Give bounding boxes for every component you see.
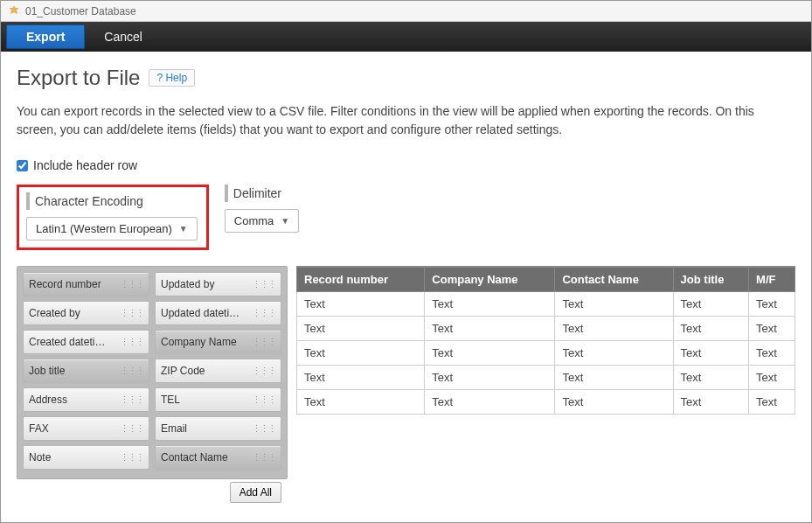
grip-icon: ⋮⋮⋮ [252, 366, 275, 377]
grip-icon: ⋮⋮⋮ [120, 394, 143, 406]
include-header-label: Include header row [33, 158, 137, 172]
field-column-left: Record number⋮⋮⋮Created by⋮⋮⋮Created dat… [23, 272, 149, 473]
preview-table-wrap[interactable]: Record numberCompany NameContact NameJob… [296, 266, 795, 415]
cancel-button[interactable]: Cancel [88, 25, 158, 48]
table-cell: Text [749, 390, 795, 415]
table-row: TextTextTextTextText [297, 390, 795, 415]
window-title: 01_Customer Database [25, 5, 136, 17]
grip-icon: ⋮⋮⋮ [252, 337, 275, 348]
encoding-highlight: Character Encoding Latin1 (Western Europ… [17, 185, 209, 250]
grip-icon: ⋮⋮⋮ [120, 366, 143, 377]
table-cell: Text [555, 292, 673, 317]
field-chip-label: Updated by [161, 278, 252, 290]
table-cell: Text [673, 366, 749, 390]
table-body: TextTextTextTextTextTextTextTextTextText… [297, 292, 795, 415]
page-title: Export to File [17, 66, 140, 90]
titlebar: 01_Customer Database [1, 1, 811, 22]
table-cell: Text [555, 366, 673, 390]
table-cell: Text [297, 317, 425, 341]
table-cell: Text [749, 341, 795, 366]
table-cell: Text [297, 292, 425, 317]
add-all-button[interactable]: Add All [230, 482, 281, 503]
table-cell: Text [555, 317, 673, 341]
field-chip[interactable]: Address⋮⋮⋮ [23, 387, 149, 412]
table-row: TextTextTextTextText [297, 366, 795, 390]
field-chip[interactable]: FAX⋮⋮⋮ [23, 416, 149, 441]
table-header-cell[interactable]: Record number [297, 268, 425, 292]
table-cell: Text [673, 341, 749, 366]
field-column-right: Updated by⋮⋮⋮Updated dateti…⋮⋮⋮Company N… [155, 272, 281, 473]
export-button[interactable]: Export [6, 24, 85, 49]
include-header-row[interactable]: Include header row [17, 158, 795, 172]
grip-icon: ⋮⋮⋮ [252, 279, 275, 290]
chevron-down-icon: ▼ [281, 216, 289, 226]
table-header-row: Record numberCompany NameContact NameJob… [297, 268, 795, 292]
field-chip-label: TEL [161, 394, 252, 406]
field-chip-label: Contact Name [161, 451, 252, 464]
table-row: TextTextTextTextText [297, 292, 795, 317]
content-area: Export to File ? Help You can export rec… [1, 52, 811, 522]
table-cell: Text [749, 366, 795, 390]
table-cell: Text [673, 317, 749, 341]
table-cell: Text [297, 366, 425, 390]
table-cell: Text [425, 292, 555, 317]
include-header-checkbox[interactable] [17, 160, 28, 171]
field-chip[interactable]: Updated by⋮⋮⋮ [155, 272, 281, 296]
field-chip[interactable]: Company Name⋮⋮⋮ [155, 330, 281, 354]
field-chip[interactable]: Note⋮⋮⋮ [23, 445, 149, 470]
table-header-cell[interactable]: M/F [749, 268, 795, 292]
grip-icon: ⋮⋮⋮ [252, 308, 275, 319]
field-chip[interactable]: Job title⋮⋮⋮ [23, 359, 149, 383]
app-window: 01_Customer Database Export Cancel Expor… [0, 0, 812, 523]
field-chip[interactable]: Record number⋮⋮⋮ [23, 272, 149, 296]
encoding-value: Latin1 (Western European) [36, 222, 172, 235]
field-chip-label: Record number [29, 278, 120, 290]
chevron-down-icon: ▼ [179, 224, 188, 234]
field-chip[interactable]: Contact Name⋮⋮⋮ [155, 445, 281, 470]
grip-icon: ⋮⋮⋮ [120, 452, 143, 464]
field-chip-label: FAX [29, 422, 120, 435]
grip-icon: ⋮⋮⋮ [252, 394, 275, 406]
delimiter-value: Comma [234, 214, 274, 227]
table-cell: Text [425, 390, 555, 415]
table-header-cell[interactable]: Job title [673, 268, 749, 292]
table-cell: Text [297, 341, 425, 366]
preview-table: Record numberCompany NameContact NameJob… [296, 267, 795, 415]
field-chip[interactable]: Created dateti…⋮⋮⋮ [23, 330, 149, 354]
table-header-cell[interactable]: Contact Name [555, 268, 673, 292]
field-chip[interactable]: Created by⋮⋮⋮ [23, 301, 149, 325]
field-chip[interactable]: Email⋮⋮⋮ [155, 416, 281, 441]
table-cell: Text [749, 317, 795, 341]
field-chip-label: Company Name [161, 336, 252, 348]
encoding-label: Character Encoding [26, 192, 198, 210]
table-cell: Text [673, 390, 749, 415]
grip-icon: ⋮⋮⋮ [120, 337, 143, 348]
field-chip-label: Created dateti… [29, 336, 120, 348]
table-cell: Text [425, 341, 555, 366]
field-picker-panel: Record number⋮⋮⋮Created by⋮⋮⋮Created dat… [17, 266, 288, 479]
table-cell: Text [749, 292, 795, 317]
encoding-select[interactable]: Latin1 (Western European) ▼ [26, 217, 198, 241]
delimiter-label: Delimiter [225, 185, 299, 202]
grip-icon: ⋮⋮⋮ [252, 452, 275, 464]
field-chip[interactable]: TEL⋮⋮⋮ [155, 387, 281, 412]
page-description: You can export records in the selected v… [17, 102, 777, 139]
table-cell: Text [555, 341, 673, 366]
delimiter-select[interactable]: Comma ▼ [225, 209, 299, 233]
table-cell: Text [425, 366, 555, 390]
help-link[interactable]: ? Help [149, 69, 195, 87]
grip-icon: ⋮⋮⋮ [252, 423, 275, 435]
field-chip-label: ZIP Code [161, 365, 252, 377]
table-cell: Text [673, 292, 749, 317]
table-header-cell[interactable]: Company Name [425, 268, 555, 292]
grip-icon: ⋮⋮⋮ [120, 308, 143, 319]
grip-icon: ⋮⋮⋮ [120, 423, 143, 435]
table-cell: Text [297, 390, 425, 415]
field-chip-label: Email [161, 422, 252, 435]
field-chip-label: Created by [29, 307, 120, 319]
field-chip-label: Updated dateti… [161, 307, 252, 319]
table-row: TextTextTextTextText [297, 317, 795, 341]
field-chip[interactable]: Updated dateti…⋮⋮⋮ [155, 301, 281, 325]
field-chip-label: Note [29, 451, 120, 464]
field-chip[interactable]: ZIP Code⋮⋮⋮ [155, 359, 281, 383]
